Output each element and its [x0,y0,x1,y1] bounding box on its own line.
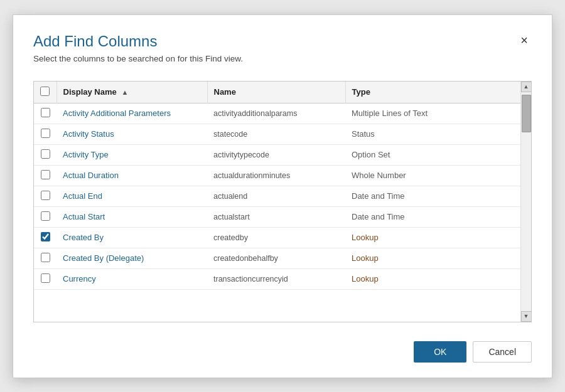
row-display-name: Activity Additional Parameters [56,103,207,124]
row-type: Lookup [345,227,520,248]
row-checkbox-cell [34,268,56,289]
row-name: transactioncurrencyid [207,268,345,289]
row-display-name: Created By (Delegate) [56,248,207,268]
select-all-checkbox[interactable] [40,87,50,96]
row-name: activityadditionalparams [207,103,345,124]
scrollbar: ▲ ▼ [520,82,531,322]
cancel-button[interactable]: Cancel [473,341,532,363]
row-type: Status [345,124,520,144]
row-checkbox[interactable] [41,253,50,262]
table-row: Created By (Delegate)createdonbehalfbyLo… [34,248,520,268]
table-body: Activity Additional Parametersactivityad… [34,103,520,289]
row-checkbox-cell [34,165,56,186]
scroll-up-button[interactable]: ▲ [521,82,532,92]
table-header-row: Display Name ▲ Name Type [34,82,520,103]
row-name: actualdurationminutes [207,165,345,186]
dialog-footer: OK Cancel [33,335,532,363]
row-name: actualend [207,186,345,206]
row-checkbox-cell [34,248,56,268]
row-display-name: Activity Type [56,144,207,165]
row-checkbox[interactable] [41,232,50,241]
row-type: Lookup [345,268,520,289]
row-type: Multiple Lines of Text [345,103,520,124]
ok-button[interactable]: OK [414,341,466,363]
row-name: actualstart [207,206,345,227]
dialog-title: Add Find Columns [33,33,157,50]
table-row: Activity TypeactivitytypecodeOption Set [34,144,520,165]
table-row: Activity StatusstatecodeStatus [34,124,520,144]
row-checkbox-cell [34,227,56,248]
dialog-subtitle: Select the columns to be searched on for… [33,54,532,63]
row-checkbox[interactable] [41,211,50,221]
row-display-name: Actual End [56,186,207,206]
table-wrap: Display Name ▲ Name Type Activity Additi… [34,82,531,322]
row-display-name: Currency [56,268,207,289]
scroll-thumb[interactable] [522,95,531,132]
table-row: Actual StartactualstartDate and Time [34,206,520,227]
row-checkbox[interactable] [41,108,50,117]
dialog-header: Add Find Columns × [33,33,532,50]
scroll-down-button[interactable]: ▼ [521,311,532,322]
table-row: Actual DurationactualdurationminutesWhol… [34,165,520,186]
row-type: Option Set [345,144,520,165]
row-type: Date and Time [345,206,520,227]
row-checkbox-cell [34,186,56,206]
header-name[interactable]: Name [207,82,345,103]
row-type: Date and Time [345,186,520,206]
header-display-name-label: Display Name [63,87,117,97]
row-display-name: Actual Start [56,206,207,227]
row-checkbox-cell [34,103,56,124]
columns-table: Display Name ▲ Name Type Activity Additi… [34,82,520,290]
table-row: CurrencytransactioncurrencyidLookup [34,268,520,289]
row-checkbox[interactable] [41,191,50,200]
row-checkbox[interactable] [41,149,50,159]
row-display-name: Created By [56,227,207,248]
row-display-name: Actual Duration [56,165,207,186]
table-row: Created BycreatedbyLookup [34,227,520,248]
row-type: Lookup [345,248,520,268]
row-type: Whole Number [345,165,520,186]
row-display-name: Activity Status [56,124,207,144]
header-display-name[interactable]: Display Name ▲ [56,82,207,103]
row-checkbox[interactable] [41,273,50,283]
add-find-columns-dialog: Add Find Columns × Select the columns to… [13,14,552,378]
table-scroll-area: Display Name ▲ Name Type Activity Additi… [34,82,520,322]
close-button[interactable]: × [517,33,532,48]
table-container: Display Name ▲ Name Type Activity Additi… [33,81,532,322]
sort-arrow-icon: ▲ [121,88,128,96]
row-checkbox[interactable] [41,170,50,179]
row-name: createdonbehalfby [207,248,345,268]
row-checkbox-cell [34,144,56,165]
row-name: createdby [207,227,345,248]
row-name: activitytypecode [207,144,345,165]
row-checkbox-cell [34,206,56,227]
header-type[interactable]: Type [345,82,520,103]
row-checkbox-cell [34,124,56,144]
row-checkbox[interactable] [41,129,50,138]
table-row: Actual EndactualendDate and Time [34,186,520,206]
table-row: Activity Additional Parametersactivityad… [34,103,520,124]
header-checkbox-cell [34,82,56,103]
row-name: statecode [207,124,345,144]
